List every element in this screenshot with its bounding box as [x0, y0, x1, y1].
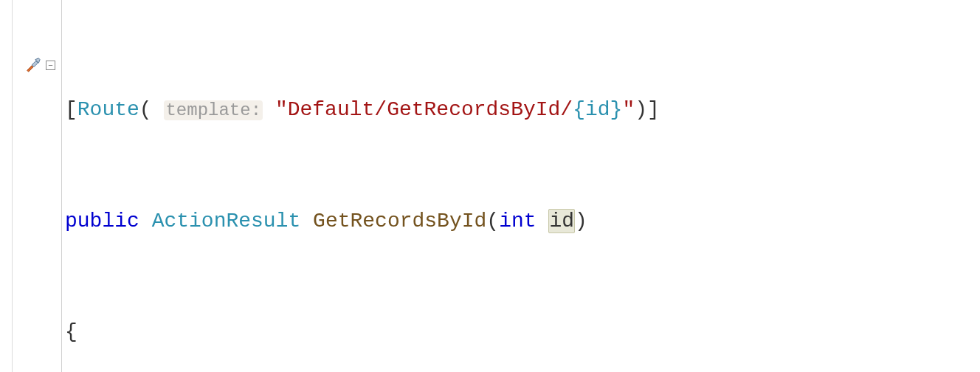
gutter-divider [12, 0, 13, 372]
paren-close: ) [635, 98, 647, 121]
paren-open: ( [486, 210, 499, 232]
code-area[interactable]: [Route( template: "Default/GetRecordsByI… [62, 0, 660, 372]
type-actionresult: ActionResult [152, 210, 301, 232]
bracket-open: [ [65, 98, 77, 121]
interp-brace-close: } [610, 98, 623, 121]
parameter-hint: template: [164, 100, 263, 120]
code-line-route-attribute: [Route( template: "Default/GetRecordsByI… [65, 92, 660, 129]
code-editor[interactable]: − [Route( template: "Default/GetRecordsB… [0, 0, 980, 372]
interp-brace-open: { [573, 98, 585, 121]
gutter: − [0, 0, 62, 372]
paren-close: ) [575, 210, 587, 232]
quote-open: " [275, 98, 288, 121]
paren-open: ( [139, 98, 152, 121]
bracket-close: ] [647, 98, 660, 121]
code-line-brace-open: { [65, 314, 660, 351]
hammer-icon[interactable] [25, 56, 41, 79]
method-name: GetRecordsById [313, 210, 486, 232]
brace-open: { [65, 320, 77, 343]
param-id-highlighted: id [548, 209, 575, 233]
route-attribute: Route [77, 98, 139, 121]
keyword-int: int [499, 210, 536, 232]
quote-close: " [622, 98, 635, 121]
keyword-public: public [65, 210, 139, 232]
route-template-string: Default/GetRecordsById/ [288, 98, 573, 121]
fold-toggle-icon[interactable]: − [46, 61, 55, 70]
route-param-id: id [585, 98, 610, 121]
code-line-method-signature: public ActionResult GetRecordsById(int i… [65, 203, 660, 240]
